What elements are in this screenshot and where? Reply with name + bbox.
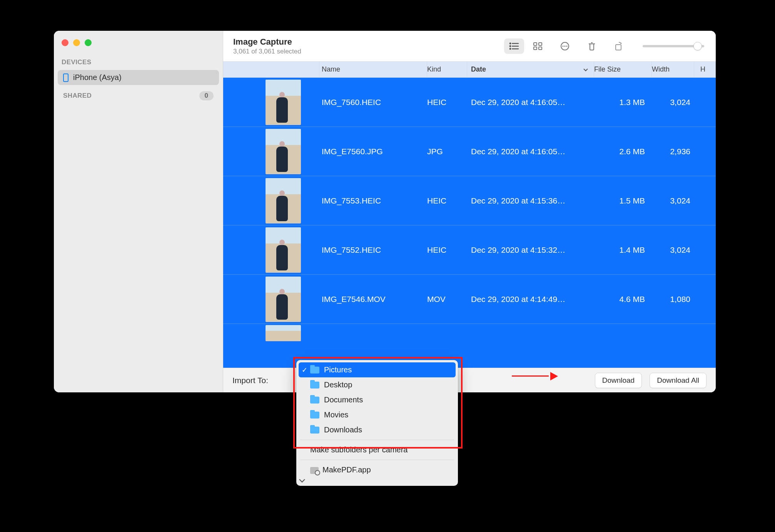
thumbnail bbox=[266, 277, 301, 322]
svg-point-13 bbox=[566, 45, 567, 47]
cell-width: 3,024 bbox=[652, 196, 694, 205]
column-header-date[interactable]: Date bbox=[467, 62, 594, 77]
cell-size: 4.6 MB bbox=[594, 295, 652, 304]
import-to-dropdown[interactable]: ✓ Pictures Desktop Documents Movies Down… bbox=[296, 360, 458, 486]
table-row[interactable] bbox=[223, 324, 716, 342]
column-header-kind[interactable]: Kind bbox=[427, 62, 467, 77]
cell-kind: JPG bbox=[427, 147, 467, 156]
svg-point-4 bbox=[510, 45, 511, 46]
folder-icon bbox=[310, 412, 319, 419]
table-row[interactable]: IMG_7552.HEIC HEIC Dec 29, 2020 at 4:15:… bbox=[223, 225, 716, 275]
column-header-name[interactable]: Name bbox=[319, 62, 427, 77]
thumbnail bbox=[266, 227, 301, 273]
more-options-button[interactable] bbox=[555, 38, 575, 54]
cell-width: 3,024 bbox=[652, 245, 694, 255]
close-window-button[interactable] bbox=[62, 39, 68, 46]
column-header-size[interactable]: File Size bbox=[594, 62, 652, 77]
cell-name: IMG_E7560.JPG bbox=[319, 147, 427, 156]
checkmark-icon: ✓ bbox=[302, 366, 307, 374]
cell-kind: HEIC bbox=[427, 245, 467, 255]
svg-point-12 bbox=[564, 45, 565, 47]
cell-date: Dec 29, 2020 at 4:14:49… bbox=[467, 295, 594, 304]
thumbnail bbox=[266, 325, 301, 341]
dropdown-option-documents[interactable]: Documents bbox=[299, 392, 456, 407]
table-row[interactable]: IMG_E7560.JPG JPG Dec 29, 2020 at 4:16:0… bbox=[223, 127, 716, 176]
folder-icon bbox=[310, 367, 319, 374]
view-toggle-group bbox=[504, 38, 548, 54]
app-icon bbox=[310, 467, 319, 474]
cell-date: Dec 29, 2020 at 4:16:05… bbox=[467, 98, 594, 107]
dropdown-option-app[interactable]: MakePDF.app bbox=[299, 462, 456, 477]
sidebar-section-devices: DEVICES bbox=[54, 55, 223, 69]
slider-knob[interactable] bbox=[693, 42, 702, 50]
dropdown-option-movies[interactable]: Movies bbox=[299, 407, 456, 422]
cell-width: 2,936 bbox=[652, 147, 694, 156]
svg-rect-14 bbox=[616, 45, 621, 50]
main-panel: Image Capture 3,061 of 3,061 selected bbox=[223, 31, 716, 392]
window-controls bbox=[54, 36, 223, 55]
zoom-window-button[interactable] bbox=[85, 39, 92, 46]
cell-name: IMG_E7546.MOV bbox=[319, 295, 427, 304]
cell-name: IMG_7560.HEIC bbox=[319, 98, 427, 107]
table-row[interactable]: IMG_E7546.MOV MOV Dec 29, 2020 at 4:14:4… bbox=[223, 275, 716, 324]
trash-icon bbox=[588, 42, 596, 51]
dropdown-option-desktop[interactable]: Desktop bbox=[299, 377, 456, 392]
cell-name: IMG_7552.HEIC bbox=[319, 245, 427, 255]
sidebar-device-item[interactable]: iPhone (Asya) bbox=[58, 70, 219, 85]
column-header-width[interactable]: Width bbox=[652, 62, 694, 77]
cell-size: 1.4 MB bbox=[594, 245, 652, 255]
sidebar: DEVICES iPhone (Asya) SHARED 0 bbox=[54, 31, 223, 392]
grid-view-button[interactable] bbox=[528, 38, 548, 54]
table-row[interactable]: IMG_7553.HEIC HEIC Dec 29, 2020 at 4:15:… bbox=[223, 176, 716, 225]
dropdown-option-subfolders[interactable]: Make subfolders per camera bbox=[299, 442, 456, 457]
folder-icon bbox=[310, 382, 319, 389]
app-title: Image Capture bbox=[233, 37, 301, 47]
svg-rect-8 bbox=[534, 47, 537, 50]
column-header-height[interactable]: H bbox=[694, 62, 716, 77]
thumbnail bbox=[266, 80, 301, 125]
table-body: IMG_7560.HEIC HEIC Dec 29, 2020 at 4:16:… bbox=[223, 78, 716, 368]
cell-kind: HEIC bbox=[427, 98, 467, 107]
shared-count-badge: 0 bbox=[199, 91, 214, 100]
app-window: DEVICES iPhone (Asya) SHARED 0 Image Cap… bbox=[54, 31, 716, 392]
cell-kind: MOV bbox=[427, 295, 467, 304]
cell-kind: HEIC bbox=[427, 196, 467, 205]
table-row[interactable]: IMG_7560.HEIC HEIC Dec 29, 2020 at 4:16:… bbox=[223, 78, 716, 127]
cell-size: 2.6 MB bbox=[594, 147, 652, 156]
grid-icon bbox=[533, 42, 543, 50]
cell-size: 1.5 MB bbox=[594, 196, 652, 205]
chevron-down-icon bbox=[299, 478, 306, 483]
sort-indicator-icon bbox=[583, 67, 588, 72]
thumbnail bbox=[266, 178, 301, 223]
cell-width: 1,080 bbox=[652, 295, 694, 304]
cell-name: IMG_7553.HEIC bbox=[319, 196, 427, 205]
svg-rect-9 bbox=[539, 47, 542, 50]
svg-point-11 bbox=[562, 45, 563, 47]
minimize-window-button[interactable] bbox=[73, 39, 80, 46]
cell-date: Dec 29, 2020 at 4:15:32… bbox=[467, 245, 594, 255]
thumbnail-size-slider[interactable] bbox=[643, 45, 704, 47]
rotate-button[interactable] bbox=[609, 38, 629, 54]
iphone-icon bbox=[63, 73, 68, 82]
download-all-button[interactable]: Download All bbox=[650, 373, 707, 388]
download-button[interactable]: Download bbox=[595, 373, 642, 388]
dropdown-option-pictures[interactable]: ✓ Pictures bbox=[299, 362, 456, 377]
list-icon bbox=[509, 42, 519, 50]
dropdown-option-downloads[interactable]: Downloads bbox=[299, 422, 456, 437]
list-view-button[interactable] bbox=[504, 38, 524, 54]
ellipsis-circle-icon bbox=[560, 42, 570, 51]
thumbnail bbox=[266, 129, 301, 174]
sidebar-section-shared: SHARED bbox=[63, 92, 92, 100]
rotate-icon bbox=[614, 42, 623, 51]
svg-point-3 bbox=[510, 43, 511, 43]
table-header: Name Kind Date File Size Width H bbox=[223, 62, 716, 78]
dropdown-more-indicator[interactable] bbox=[299, 477, 456, 485]
svg-rect-7 bbox=[539, 43, 542, 45]
cell-width: 3,024 bbox=[652, 98, 694, 107]
svg-point-5 bbox=[510, 48, 511, 49]
delete-button[interactable] bbox=[582, 38, 602, 54]
selection-subtitle: 3,061 of 3,061 selected bbox=[233, 48, 301, 55]
cell-size: 1.3 MB bbox=[594, 98, 652, 107]
folder-icon bbox=[310, 397, 319, 404]
cell-date: Dec 29, 2020 at 4:15:36… bbox=[467, 196, 594, 205]
